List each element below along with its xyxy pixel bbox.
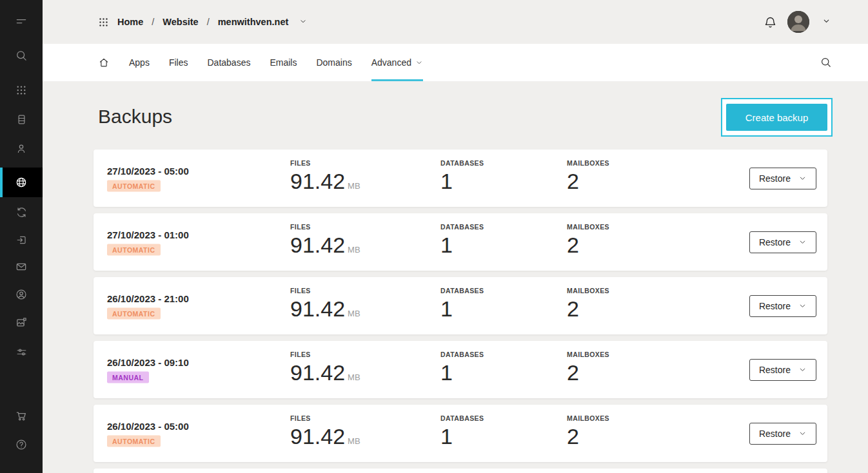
restore-label: Restore <box>759 237 791 247</box>
files-unit: MB <box>348 436 360 446</box>
tab-domains[interactable]: Domains <box>316 44 351 81</box>
files-unit: MB <box>348 372 360 382</box>
backup-date-column: 27/10/2023 - 01:00 AUTOMATIC <box>107 229 189 255</box>
backup-date-column: 27/10/2023 - 05:00 AUTOMATIC <box>107 165 189 191</box>
backup-date: 26/10/2023 - 09:10 <box>107 356 189 367</box>
mailboxes-label: MAILBOXES <box>567 159 609 167</box>
restore-button[interactable]: Restore <box>749 359 816 381</box>
mailboxes-label: MAILBOXES <box>567 414 609 422</box>
avatar[interactable] <box>787 11 809 33</box>
restore-label: Restore <box>759 301 791 311</box>
breadcrumb-domain[interactable]: menwithven.net <box>218 17 289 27</box>
tab-advanced-label: Advanced <box>371 57 411 68</box>
account-circle-icon[interactable] <box>0 280 43 309</box>
files-unit: MB <box>348 181 360 191</box>
breadcrumb-home[interactable]: Home <box>117 17 143 27</box>
backup-date-column: 26/10/2023 - 21:00 AUTOMATIC <box>107 293 189 319</box>
menu-icon[interactable] <box>0 7 43 35</box>
databases-label: DATABASES <box>440 287 484 294</box>
mailboxes-stat: MAILBOXES 2 <box>567 414 609 450</box>
globe-icon[interactable] <box>0 168 43 197</box>
help-icon[interactable] <box>0 430 43 459</box>
files-unit: MB <box>348 309 360 318</box>
chevron-down-icon <box>798 174 807 182</box>
tab-files[interactable]: Files <box>169 44 188 81</box>
create-backup-button[interactable]: Create backup <box>726 104 827 131</box>
files-value: 91.42 <box>290 360 345 385</box>
backup-date: 26/10/2023 - 05:00 <box>107 420 189 431</box>
tab-emails[interactable]: Emails <box>270 44 297 81</box>
backup-date-column: 26/10/2023 - 09:10 MANUAL <box>107 356 189 383</box>
files-stat: FILES 91.42MB <box>290 223 360 259</box>
databases-stat: DATABASES 1 <box>440 223 484 259</box>
mailboxes-label: MAILBOXES <box>567 287 609 294</box>
backup-date: 26/10/2023 - 21:00 <box>107 293 189 304</box>
mailboxes-label: MAILBOXES <box>567 223 609 231</box>
topbar-actions <box>764 0 831 44</box>
backup-row-partial <box>94 468 827 473</box>
files-stat: FILES 91.42MB <box>290 351 360 387</box>
databases-stat: DATABASES 1 <box>440 287 484 323</box>
gallery-icon[interactable] <box>0 308 43 336</box>
restore-button[interactable]: Restore <box>749 168 816 189</box>
restore-button[interactable]: Restore <box>749 423 816 445</box>
backup-date: 27/10/2023 - 05:00 <box>107 165 189 176</box>
breadcrumb-website[interactable]: Website <box>163 17 198 27</box>
mailboxes-value: 2 <box>567 358 609 387</box>
restore-button[interactable]: Restore <box>749 231 816 253</box>
files-value: 91.42 <box>290 169 345 193</box>
mailboxes-stat: MAILBOXES 2 <box>567 287 609 323</box>
chevron-down-icon[interactable] <box>299 17 307 27</box>
mailboxes-value: 2 <box>567 294 609 323</box>
backup-date: 27/10/2023 - 01:00 <box>107 229 189 240</box>
backup-row: 27/10/2023 - 05:00 AUTOMATIC FILES 91.42… <box>94 150 827 207</box>
tab-apps[interactable]: Apps <box>129 44 150 81</box>
restore-button[interactable]: Restore <box>749 295 816 317</box>
apps-grid-icon[interactable] <box>0 76 43 104</box>
sliders-icon[interactable] <box>0 338 43 366</box>
tab-advanced[interactable]: Advanced <box>371 44 423 81</box>
files-label: FILES <box>290 287 360 294</box>
databases-stat: DATABASES 1 <box>440 414 484 450</box>
files-label: FILES <box>290 159 360 167</box>
home-icon <box>98 57 110 68</box>
backup-type-badge: AUTOMATIC <box>107 244 161 255</box>
files-label: FILES <box>290 223 360 231</box>
files-label: FILES <box>290 351 360 358</box>
files-value: 91.42 <box>290 296 345 321</box>
chevron-down-icon <box>415 59 423 66</box>
backup-row: 26/10/2023 - 09:10 MANUAL FILES 91.42MB … <box>94 341 827 398</box>
tab-home[interactable] <box>98 44 110 81</box>
databases-value: 1 <box>440 422 484 450</box>
files-label: FILES <box>290 414 360 422</box>
bell-icon[interactable] <box>764 15 777 29</box>
tab-databases[interactable]: Databases <box>207 44 250 81</box>
mail-icon[interactable] <box>0 253 43 281</box>
mailboxes-stat: MAILBOXES 2 <box>567 223 609 259</box>
search-icon[interactable] <box>0 41 43 70</box>
chevron-down-icon[interactable] <box>822 16 831 28</box>
restore-label: Restore <box>759 173 791 184</box>
files-stat: FILES 91.42MB <box>290 414 360 450</box>
backup-type-badge: AUTOMATIC <box>107 307 161 319</box>
login-icon[interactable] <box>0 226 43 254</box>
tutorial-highlight-box: Create backup <box>721 98 833 137</box>
breadcrumb-separator: / <box>207 17 210 27</box>
server-icon[interactable] <box>0 105 43 133</box>
mailboxes-value: 2 <box>567 422 609 450</box>
user-icon[interactable] <box>0 135 43 163</box>
backup-row: 26/10/2023 - 21:00 AUTOMATIC FILES 91.42… <box>94 277 827 334</box>
databases-label: DATABASES <box>440 414 484 422</box>
waffle-menu-icon[interactable] <box>98 17 109 28</box>
mailboxes-stat: MAILBOXES 2 <box>567 159 609 195</box>
restore-label: Restore <box>759 429 791 439</box>
databases-label: DATABASES <box>440 223 484 231</box>
backup-row: 27/10/2023 - 01:00 AUTOMATIC FILES 91.42… <box>94 213 827 271</box>
cart-icon[interactable] <box>0 401 43 430</box>
search-icon[interactable] <box>820 56 832 71</box>
restore-label: Restore <box>759 365 791 375</box>
backup-type-badge: AUTOMATIC <box>107 435 161 447</box>
files-value: 91.42 <box>290 233 345 257</box>
sync-icon[interactable] <box>0 198 43 226</box>
files-stat: FILES 91.42MB <box>290 159 360 195</box>
